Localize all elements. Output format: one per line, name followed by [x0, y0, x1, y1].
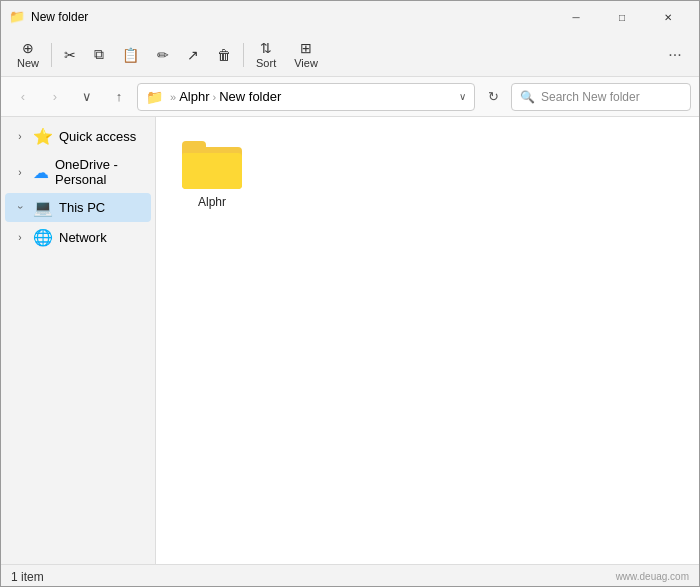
delete-button[interactable]: 🗑	[209, 37, 239, 73]
sidebar-item-network[interactable]: › 🌐 Network	[5, 223, 151, 252]
toolbar-separator-2	[243, 43, 244, 67]
sidebar-item-this-pc[interactable]: › 💻 This PC	[5, 193, 151, 222]
dropdown-arrow-icon: ∨	[459, 91, 466, 102]
path-parent: Alphr	[179, 89, 209, 104]
search-placeholder: Search New folder	[541, 90, 640, 104]
this-pc-icon: 💻	[33, 198, 53, 217]
copy-button[interactable]: ⧉	[86, 37, 112, 73]
main-area: › ⭐ Quick access › ☁ OneDrive - Personal…	[1, 117, 699, 564]
item-count: 1 item	[11, 570, 44, 584]
file-name-alphr: Alphr	[198, 195, 226, 209]
minimize-button[interactable]: ─	[553, 1, 599, 33]
status-bar: 1 item www.deuag.com	[1, 564, 699, 587]
folder-front	[182, 153, 242, 189]
this-pc-expand-icon: ›	[15, 201, 26, 215]
network-expand-icon: ›	[13, 232, 27, 243]
cut-button[interactable]: ✂	[56, 37, 84, 73]
address-bar: ‹ › ∨ ↑ 📁 » Alphr › New folder ∨ ↻ 🔍 Sea…	[1, 77, 699, 117]
recent-button[interactable]: ∨	[73, 83, 101, 111]
path-sep-1: »	[170, 91, 176, 103]
sort-icon: ⇅	[260, 40, 272, 56]
forward-button[interactable]: ›	[41, 83, 69, 111]
path-folder-icon: 📁	[146, 89, 163, 105]
cut-icon: ✂	[64, 47, 76, 63]
paste-icon: 📋	[122, 47, 139, 63]
view-icon: ⊞	[300, 40, 312, 56]
more-options-button[interactable]: ···	[659, 39, 691, 71]
path-current: New folder	[219, 89, 281, 104]
path-chevron: ∨	[459, 91, 466, 102]
title-icon: 📁	[9, 9, 25, 25]
network-icon: 🌐	[33, 228, 53, 247]
back-button[interactable]: ‹	[9, 83, 37, 111]
file-grid: Alphr	[172, 133, 683, 217]
file-item-alphr[interactable]: Alphr	[172, 133, 252, 217]
share-button[interactable]: ↗	[179, 37, 207, 73]
paste-button[interactable]: 📋	[114, 37, 147, 73]
toolbar-separator-1	[51, 43, 52, 67]
window-controls: ─ □ ✕	[553, 1, 691, 33]
search-icon: 🔍	[520, 90, 535, 104]
sidebar: › ⭐ Quick access › ☁ OneDrive - Personal…	[1, 117, 156, 564]
this-pc-label: This PC	[59, 200, 143, 215]
sort-button[interactable]: ⇅ Sort	[248, 37, 284, 73]
new-icon: ⊕	[22, 40, 34, 56]
sidebar-item-onedrive[interactable]: › ☁ OneDrive - Personal	[5, 152, 151, 192]
toolbar: ⊕ New ✂ ⧉ 📋 ✏ ↗ 🗑 ⇅ Sort ⊞ View ···	[1, 33, 699, 77]
up-button[interactable]: ↑	[105, 83, 133, 111]
search-box[interactable]: 🔍 Search New folder	[511, 83, 691, 111]
address-path[interactable]: 📁 » Alphr › New folder ∨	[137, 83, 475, 111]
watermark: www.deuag.com	[616, 571, 689, 582]
quick-access-expand-icon: ›	[13, 131, 27, 142]
network-label: Network	[59, 230, 143, 245]
onedrive-expand-icon: ›	[13, 167, 27, 178]
maximize-button[interactable]: □	[599, 1, 645, 33]
rename-icon: ✏	[157, 47, 169, 63]
window-title: New folder	[31, 10, 553, 24]
folder-icon	[182, 141, 242, 189]
refresh-button[interactable]: ↻	[479, 83, 507, 111]
quick-access-label: Quick access	[59, 129, 143, 144]
rename-button[interactable]: ✏	[149, 37, 177, 73]
quick-access-icon: ⭐	[33, 127, 53, 146]
sidebar-item-quick-access[interactable]: › ⭐ Quick access	[5, 122, 151, 151]
close-button[interactable]: ✕	[645, 1, 691, 33]
new-button[interactable]: ⊕ New	[9, 37, 47, 73]
file-area: Alphr	[156, 117, 699, 564]
share-icon: ↗	[187, 47, 199, 63]
title-bar: 📁 New folder ─ □ ✕	[1, 1, 699, 33]
delete-icon: 🗑	[217, 47, 231, 63]
onedrive-icon: ☁	[33, 163, 49, 182]
copy-icon: ⧉	[94, 46, 104, 63]
path-sep-2: ›	[212, 91, 216, 103]
onedrive-label: OneDrive - Personal	[55, 157, 143, 187]
view-button[interactable]: ⊞ View	[286, 37, 326, 73]
